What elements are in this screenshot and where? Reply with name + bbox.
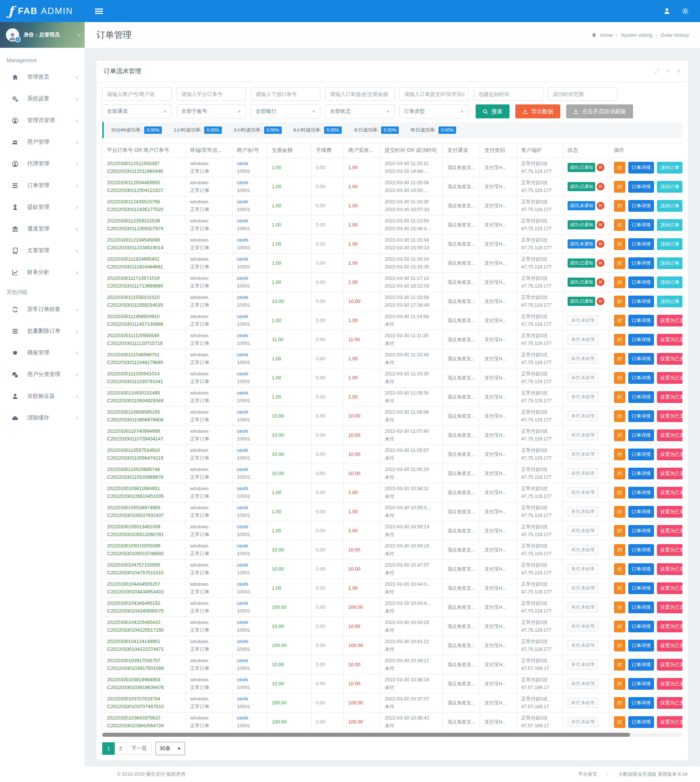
merchant-link[interactable]: ceshi [237,581,263,588]
action-setpaid-button[interactable]: 设置为已支付 [657,449,682,460]
merchant-link[interactable]: ceshi [237,714,263,722]
sidebar-item-管理首页[interactable]: 管理首页› [0,66,85,88]
sidebar-item-批量删除订单[interactable]: 批量删除订单› [0,320,85,342]
action-seal-button[interactable]: 封 [614,372,625,384]
action-detail-button[interactable]: 订单详情 [628,410,654,422]
filter-input[interactable] [177,87,246,101]
action-seal-button[interactable]: 封 [614,429,625,441]
export-data-button[interactable]: 导出数据 [515,105,560,118]
close-panel-icon[interactable] [676,69,681,73]
filter-input[interactable] [548,87,618,101]
sidebar-item-谷歌验证器[interactable]: 谷歌验证器› [0,385,85,407]
action-detail-button[interactable]: 订单详情 [628,449,654,460]
filter-input[interactable] [251,87,320,101]
action-seal-button[interactable]: 封 [614,334,625,346]
action-setpaid-button[interactable]: 设置为已支付 [657,640,682,652]
page-size-select[interactable]: 30条 ▼ [156,742,185,755]
action-seal-button[interactable]: 封 [614,487,625,499]
merchant-link[interactable]: ceshi [237,428,263,435]
merchant-link[interactable]: ceshi [237,657,263,664]
action-detail-button[interactable]: 订单详情 [628,200,654,212]
merchant-link[interactable]: ceshi [237,198,263,206]
merchant-link[interactable]: ceshi [237,466,263,473]
action-freeze-button[interactable]: 冻结订单 [657,200,682,212]
action-freeze-button[interactable]: 冻结订单 [657,219,682,231]
filter-select-全部银行[interactable]: 全部银行▼ [251,105,320,118]
action-setpaid-button[interactable]: 设置为已支付 [657,391,682,403]
action-seal-button[interactable]: 封 [614,238,625,250]
action-setpaid-button[interactable]: 设置为已支付 [657,697,682,709]
action-detail-button[interactable]: 订单详情 [628,640,654,652]
merchant-link[interactable]: ceshi [237,160,263,167]
merchant-link[interactable]: ceshi [237,561,263,569]
merchant-link[interactable]: ceshi [237,542,263,550]
action-freeze-button[interactable]: 冻结订单 [657,257,682,269]
action-setpaid-button[interactable]: 设置为已支付 [657,621,682,632]
action-detail-button[interactable]: 订单详情 [628,372,654,384]
sidebar-item-管理员管理[interactable]: 管理员管理› [0,110,85,131]
sidebar-item-代理管理[interactable]: 代理管理› [0,153,85,175]
resend-notify-badge[interactable]: 补 [597,298,604,305]
action-detail-button[interactable]: 订单详情 [628,276,654,288]
action-detail-button[interactable]: 订单详情 [628,563,654,575]
sidebar-item-订单管理[interactable]: 订单管理› [0,175,85,196]
page-button-1[interactable]: 1 [102,742,115,755]
action-setpaid-button[interactable]: 设置为已支付 [657,487,682,499]
action-seal-button[interactable]: 封 [614,582,625,594]
sidebar-item-财务分析[interactable]: 财务分析› [0,261,85,283]
action-setpaid-button[interactable]: 设置为已支付 [657,601,682,613]
breadcrumb-item[interactable]: System setting [621,32,652,38]
resend-notify-badge[interactable]: 补 [597,240,604,248]
action-setpaid-button[interactable]: 设置为已支付 [657,468,682,479]
action-seal-button[interactable]: 封 [614,468,625,479]
action-detail-button[interactable]: 订单详情 [628,716,654,728]
merchant-link[interactable]: ceshi [237,408,263,416]
filter-input[interactable] [474,87,543,101]
action-seal-button[interactable]: 封 [614,219,625,231]
action-seal-button[interactable]: 封 [614,640,625,652]
action-detail-button[interactable]: 订单详情 [628,697,654,709]
action-detail-button[interactable]: 订单详情 [628,468,654,479]
merchant-link[interactable]: ceshi [237,389,263,397]
action-seal-button[interactable]: 封 [614,601,625,613]
sidebar-item-通道管理[interactable]: 通道管理› [0,218,85,240]
action-setpaid-button[interactable]: 设置为已支付 [657,410,682,422]
merchant-link[interactable]: ceshi [237,676,263,684]
action-freeze-button[interactable]: 冻结订单 [657,296,682,307]
filter-select-全部状态[interactable]: 全部状态▼ [325,105,395,118]
resend-notify-badge[interactable]: 补 [597,259,604,267]
page-button-2[interactable]: 2 [114,742,127,755]
merchant-link[interactable]: ceshi [237,600,263,607]
action-freeze-button[interactable]: 冻结订单 [657,181,682,193]
action-freeze-button[interactable]: 冻结订单 [657,276,682,288]
sidebar-item-用户管理[interactable]: 用户管理› [0,131,85,153]
merchant-link[interactable]: ceshi [237,619,263,626]
merchant-link[interactable]: ceshi [237,256,263,263]
filter-select-订单类型[interactable]: 订单类型▼ [400,105,469,118]
sidebar-item-清除缓存[interactable]: 清除缓存› [0,407,85,429]
filter-select-全部子账号[interactable]: 全部子账号▼ [177,105,246,118]
action-detail-button[interactable]: 订单详情 [628,506,654,517]
action-setpaid-button[interactable]: 设置为已支付 [657,372,682,384]
action-detail-button[interactable]: 订单详情 [628,219,654,231]
merchant-link[interactable]: ceshi [237,179,263,186]
action-setpaid-button[interactable]: 设置为已支付 [657,315,682,326]
action-seal-button[interactable]: 封 [614,200,625,212]
action-detail-button[interactable]: 订单详情 [628,334,654,346]
filter-input[interactable] [325,87,395,101]
action-detail-button[interactable]: 订单详情 [628,238,654,250]
merchant-link[interactable]: ceshi [237,294,263,301]
action-freeze-button[interactable]: 冻结订单 [657,162,682,173]
action-detail-button[interactable]: 订单详情 [628,391,654,403]
merchant-link[interactable]: ceshi [237,447,263,454]
action-setpaid-button[interactable]: 设置为已支付 [657,582,682,594]
expand-panel-icon[interactable] [655,69,660,73]
resend-notify-badge[interactable]: 补 [597,164,604,171]
merchant-link[interactable]: ceshi [237,638,263,645]
next-page-button[interactable]: 下一页 [127,742,152,755]
resend-notify-badge[interactable]: 补 [597,202,604,210]
action-freeze-button[interactable]: 冻结订单 [657,238,682,250]
action-seal-button[interactable]: 封 [614,296,625,307]
footer-home-link[interactable]: 平台首页 [578,771,597,778]
action-detail-button[interactable]: 订单详情 [628,429,654,441]
